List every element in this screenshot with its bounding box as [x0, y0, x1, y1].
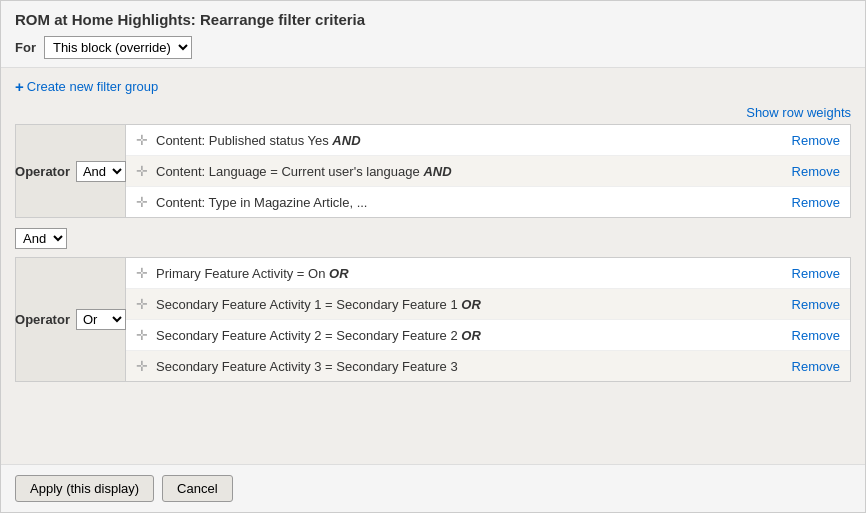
filter-text: Secondary Feature Activity 1 = Secondary… — [156, 297, 782, 312]
dialog-footer: Apply (this display) Cancel — [1, 464, 865, 512]
drag-handle[interactable]: ✛ — [136, 327, 148, 343]
operator-col-1: Operator And Or — [16, 125, 126, 217]
drag-handle[interactable]: ✛ — [136, 194, 148, 210]
remove-link[interactable]: Remove — [792, 328, 840, 343]
remove-link[interactable]: Remove — [792, 195, 840, 210]
filter-row: ✛ Secondary Feature Activity 1 = Seconda… — [126, 289, 850, 320]
show-weights-row: Show row weights — [15, 105, 851, 120]
operator-col-2: Operator And Or — [16, 258, 126, 381]
filter-text: Content: Published status Yes AND — [156, 133, 782, 148]
operator-select-2[interactable]: And Or — [76, 309, 126, 330]
remove-link[interactable]: Remove — [792, 266, 840, 281]
filter-row: ✛ Content: Type in Magazine Article, ...… — [126, 187, 850, 217]
dialog: ROM at Home Highlights: Rearrange filter… — [0, 0, 866, 513]
filter-group-1: Operator And Or ✛ Content: Published sta… — [15, 124, 851, 218]
create-filter-label: Create new filter group — [27, 79, 159, 94]
filter-row: ✛ Primary Feature Activity = On OR Remov… — [126, 258, 850, 289]
filter-group-2-inner: Operator And Or ✛ Primary Feature Activi… — [16, 258, 850, 381]
for-row: For This block (override) All displays — [15, 36, 851, 59]
apply-button[interactable]: Apply (this display) — [15, 475, 154, 502]
operator-label-1: Operator — [15, 164, 70, 179]
create-filter-group-link[interactable]: + Create new filter group — [15, 78, 158, 95]
filter-group-2: Operator And Or ✛ Primary Feature Activi… — [15, 257, 851, 382]
operator-label-2: Operator — [15, 312, 70, 327]
remove-link[interactable]: Remove — [792, 297, 840, 312]
filter-row: ✛ Content: Published status Yes AND Remo… — [126, 125, 850, 156]
between-groups: And Or — [15, 228, 851, 249]
filter-text: Secondary Feature Activity 3 = Secondary… — [156, 359, 782, 374]
remove-link[interactable]: Remove — [792, 133, 840, 148]
remove-link[interactable]: Remove — [792, 359, 840, 374]
plus-icon: + — [15, 78, 24, 95]
drag-handle[interactable]: ✛ — [136, 132, 148, 148]
for-label: For — [15, 40, 36, 55]
drag-handle[interactable]: ✛ — [136, 358, 148, 374]
dialog-body: + Create new filter group Show row weigh… — [1, 68, 865, 464]
cancel-button[interactable]: Cancel — [162, 475, 232, 502]
filter-text: Content: Language = Current user's langu… — [156, 164, 782, 179]
rows-col-1: ✛ Content: Published status Yes AND Remo… — [126, 125, 850, 217]
filter-text: Primary Feature Activity = On OR — [156, 266, 782, 281]
remove-link[interactable]: Remove — [792, 164, 840, 179]
filter-row: ✛ Content: Language = Current user's lan… — [126, 156, 850, 187]
filter-text: Content: Type in Magazine Article, ... — [156, 195, 782, 210]
filter-row: ✛ Secondary Feature Activity 3 = Seconda… — [126, 351, 850, 381]
between-groups-select[interactable]: And Or — [15, 228, 67, 249]
filter-group-1-inner: Operator And Or ✛ Content: Published sta… — [16, 125, 850, 217]
drag-handle[interactable]: ✛ — [136, 163, 148, 179]
filter-text: Secondary Feature Activity 2 = Secondary… — [156, 328, 782, 343]
drag-handle[interactable]: ✛ — [136, 265, 148, 281]
rows-col-2: ✛ Primary Feature Activity = On OR Remov… — [126, 258, 850, 381]
show-row-weights-link[interactable]: Show row weights — [746, 105, 851, 120]
for-select[interactable]: This block (override) All displays — [44, 36, 192, 59]
dialog-title: ROM at Home Highlights: Rearrange filter… — [15, 11, 851, 28]
operator-select-1[interactable]: And Or — [76, 161, 126, 182]
dialog-header: ROM at Home Highlights: Rearrange filter… — [1, 1, 865, 68]
filter-row: ✛ Secondary Feature Activity 2 = Seconda… — [126, 320, 850, 351]
drag-handle[interactable]: ✛ — [136, 296, 148, 312]
